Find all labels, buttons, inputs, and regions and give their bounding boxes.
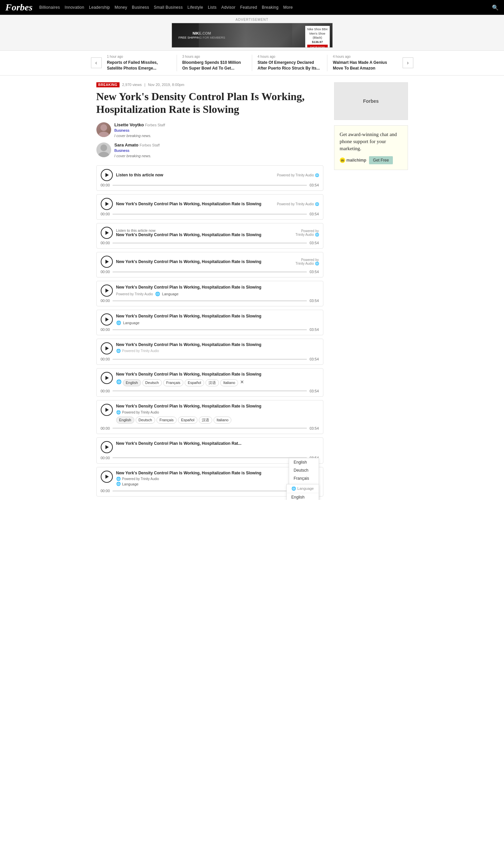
language-deutsch-option[interactable]: Deutsch [289, 466, 318, 474]
audio-time-end: 03:54 [310, 183, 319, 187]
progress-bar[interactable] [113, 271, 307, 272]
search-icon[interactable]: 🔍 [492, 4, 499, 11]
play-button[interactable] [101, 372, 113, 384]
nav-leadership[interactable]: Leadership [89, 5, 110, 10]
language-deutsch-button[interactable]: Deutsch [136, 417, 155, 424]
author-info: Sara Amato Forbes Staff Business I cover… [115, 142, 160, 159]
article-views: 2,970 views [122, 83, 142, 87]
nav-small-business[interactable]: Small Business [154, 5, 183, 10]
author-name[interactable]: Lisette Voytko [115, 122, 144, 127]
powered-by-label: Powered by Trinity Audio [122, 477, 159, 481]
audio-subtitle: Listen to this article now [116, 228, 293, 232]
language-label[interactable]: Language [162, 292, 179, 296]
article-date: Nov 20, 2019, 8:00pm [148, 83, 184, 87]
play-button[interactable] [101, 198, 113, 210]
play-button[interactable] [101, 441, 113, 453]
progress-bar[interactable] [113, 214, 307, 215]
mailchimp-cta-button[interactable]: Get Free [369, 156, 393, 164]
language-english-option[interactable]: English [289, 458, 318, 466]
ticker-prev-button[interactable]: ‹ [91, 57, 102, 68]
progress-bar[interactable] [113, 390, 307, 391]
author-beat[interactable]: Business [115, 148, 130, 153]
language-italiano-button[interactable]: Italiano [213, 417, 231, 424]
play-button[interactable] [101, 285, 113, 297]
progress-bar[interactable] [113, 185, 307, 186]
audio-progress-row: 00:00 03:54 [101, 183, 319, 187]
audio-player-header: New York's Density Control Plan Is Worki… [101, 256, 319, 268]
story-headline[interactable]: Reports of Failed Missiles, Satellite Ph… [107, 60, 171, 71]
list-item: 3 hours ago Bloomberg Spends $10 Million… [177, 55, 252, 71]
play-button[interactable] [101, 404, 113, 416]
progress-bar[interactable] [113, 457, 307, 458]
language-francais-option[interactable]: Français [289, 474, 318, 483]
progress-bar[interactable] [113, 359, 307, 360]
nav-advisor[interactable]: Advisor [221, 5, 235, 10]
language-chinese-button[interactable]: 汉语 [199, 417, 212, 424]
globe-icon[interactable]: 🌐 [315, 202, 319, 206]
language-francais-button[interactable]: Français [157, 417, 177, 424]
globe-icon[interactable]: 🌐 [116, 379, 121, 386]
globe-icon[interactable]: 🌐 [116, 320, 121, 326]
nav-featured[interactable]: Featured [240, 5, 257, 10]
audio-title: New York's Density Control Plan Is Worki… [116, 285, 319, 290]
language-label[interactable]: Language [122, 482, 139, 486]
globe-small-icon[interactable]: 🌐 [116, 410, 121, 415]
progress-bar[interactable] [113, 300, 307, 301]
language-chinese-button[interactable]: 汉语 [206, 379, 219, 386]
mailchimp-ad-text: Get award-winning chat and phone support… [340, 131, 402, 152]
nav-lifestyle[interactable]: Lifestyle [187, 5, 203, 10]
language-english-button[interactable]: English [123, 379, 141, 386]
progress-bar[interactable] [113, 490, 307, 491]
ad-image[interactable]: NIKE.COMFREE SHIPPING FOR MEMBERS Nike S… [172, 23, 333, 48]
nav-business[interactable]: Business [132, 5, 149, 10]
audio-progress-row: 00:00 03:54 [101, 389, 319, 393]
play-button[interactable] [101, 227, 113, 239]
globe-icon-2[interactable]: 🌐 [116, 482, 121, 486]
audio-title: Listen to this article now [116, 173, 274, 178]
svg-point-3 [99, 152, 109, 157]
language-deutsch-button[interactable]: Deutsch [143, 379, 162, 386]
audio-player: New York's Density Control Plan Is Worki… [97, 252, 323, 277]
nav-billionaires[interactable]: Billionaires [39, 5, 60, 10]
language-english-button[interactable]: English [116, 417, 134, 424]
language-espanol-button[interactable]: Español [178, 417, 197, 424]
author-placeholder-icon [97, 142, 111, 157]
author-name[interactable]: Sara Amato [115, 142, 139, 147]
nav-more[interactable]: More [283, 5, 293, 10]
globe-icon[interactable]: 🌐 [315, 262, 319, 266]
story-headline[interactable]: Bloomberg Spends $10 Million On Super Bo… [182, 60, 247, 71]
play-button[interactable] [101, 256, 113, 268]
globe-icon[interactable]: 🌐 [315, 233, 319, 236]
globe-icon[interactable]: 🌐 [155, 291, 160, 297]
nav-breaking[interactable]: Breaking [262, 5, 279, 10]
audio-time-start: 00:00 [101, 241, 110, 245]
author-beat[interactable]: Business [115, 128, 130, 132]
progress-bar[interactable] [113, 428, 307, 429]
ad-label: ADVERTISEMENT [0, 18, 504, 22]
language-label[interactable]: Language [123, 321, 140, 325]
ticker-next-button[interactable]: › [403, 57, 413, 68]
play-button[interactable] [101, 313, 113, 326]
language-italiano-button[interactable]: Italiano [220, 379, 238, 386]
language-espanol-button[interactable]: Español [185, 379, 204, 386]
site-logo[interactable]: Forbes [5, 2, 33, 13]
audio-title: New York's Density Control Plan Is Worki… [116, 259, 293, 265]
language-francais-button[interactable]: Français [163, 379, 183, 386]
language-english-option[interactable]: English [287, 493, 318, 500]
play-button[interactable] [101, 471, 113, 483]
nav-innovation[interactable]: Innovation [65, 5, 84, 10]
close-language-button[interactable]: ✕ [240, 379, 244, 386]
play-button[interactable] [101, 342, 113, 355]
nav-lists[interactable]: Lists [208, 5, 217, 10]
globe-icon[interactable]: 🌐 [315, 173, 319, 177]
globe-small-icon[interactable]: 🌐 [116, 477, 121, 481]
progress-bar[interactable] [113, 329, 307, 330]
play-button[interactable] [101, 169, 113, 181]
audio-player: New York's Density Control Plan Is Worki… [97, 438, 323, 463]
story-headline[interactable]: State Of Emergency Declared After Puerto… [257, 60, 322, 71]
powered-by-small: Powered by Trinity Audio [122, 349, 159, 353]
progress-bar[interactable] [113, 243, 307, 244]
story-headline[interactable]: Walmart Has Made A Genius Move To Beat A… [333, 60, 397, 71]
nav-money[interactable]: Money [115, 5, 127, 10]
audio-progress-row: 00:00 03:54 [101, 299, 319, 303]
